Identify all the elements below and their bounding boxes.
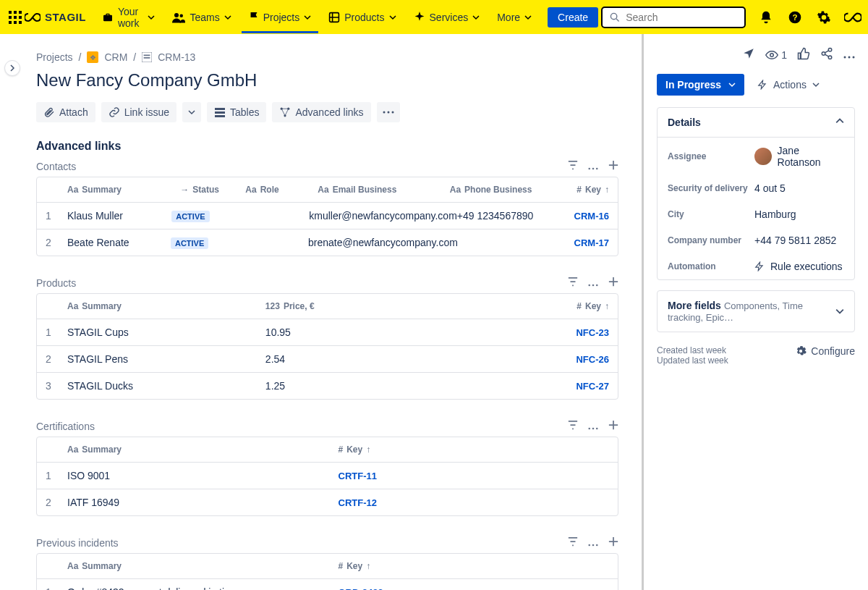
certifications-table: AaSummary #Key↑ 1 ISO 9001 CRTF-11 2 IAT… — [36, 437, 618, 516]
field-value[interactable]: +44 79 5811 2852 — [754, 235, 844, 246]
svg-rect-2 — [19, 11, 22, 14]
nav-label: Projects — [263, 12, 300, 23]
more-icon[interactable] — [588, 161, 598, 172]
issue-key-link[interactable]: CRM-17 — [574, 237, 609, 248]
like-icon[interactable] — [797, 47, 810, 62]
details-toggle[interactable]: Details — [658, 108, 854, 138]
add-icon[interactable] — [608, 160, 618, 172]
create-button[interactable]: Create — [548, 7, 598, 28]
issue-key-link[interactable]: NFC-27 — [576, 381, 609, 392]
app-switcher-icon[interactable] — [9, 9, 22, 26]
settings-icon[interactable] — [815, 9, 833, 26]
stagil-icon[interactable] — [844, 9, 861, 26]
more-icon[interactable] — [588, 421, 598, 432]
help-icon[interactable]: ? — [786, 9, 804, 26]
details-panel: Details Assignee Jane Rotanson Security … — [657, 107, 855, 280]
svg-rect-1 — [14, 11, 17, 14]
search-box[interactable] — [601, 7, 746, 28]
status-badge: ACTIVE — [171, 237, 208, 249]
search-icon — [610, 12, 620, 22]
advanced-links-button[interactable]: Advanced links — [272, 102, 370, 122]
svg-rect-8 — [19, 21, 22, 24]
tables-button[interactable]: Tables — [207, 102, 266, 122]
breadcrumb-crm[interactable]: CRM — [104, 51, 127, 63]
table-row[interactable]: 1 ISO 9001 CRTF-11 — [37, 462, 618, 489]
nav-more[interactable]: More — [490, 7, 539, 28]
status-dropdown[interactable]: In Progress — [657, 74, 744, 96]
issue-key-link[interactable]: CRTF-12 — [339, 497, 377, 508]
filter-icon[interactable] — [568, 536, 578, 549]
link-issue-button[interactable]: Link issue — [101, 102, 176, 122]
field-label: City — [668, 209, 754, 219]
nav-products[interactable]: Products — [321, 7, 403, 28]
created-label: Created last week — [657, 345, 728, 355]
table-row[interactable]: 2 IATF 16949 CRTF-12 — [37, 489, 618, 515]
main-content: Projects / ❖ CRM / CRM-13 New Fancy Comp… — [13, 34, 644, 590]
table-row[interactable]: 3 STAGIL Ducks 1.25 NFC-27 — [37, 372, 618, 399]
attach-button[interactable]: Attach — [36, 102, 95, 122]
svg-point-37 — [592, 544, 595, 546]
svg-rect-17 — [144, 57, 150, 59]
field-value[interactable]: Hamburg — [754, 208, 844, 220]
configure-button[interactable]: Configure — [795, 345, 855, 357]
svg-point-32 — [596, 284, 598, 286]
svg-point-12 — [611, 13, 617, 19]
issue-key-link[interactable]: NFC-26 — [576, 354, 609, 365]
more-fields-toggle[interactable]: More fieldsComponents, Time tracking, Ep… — [657, 290, 855, 332]
table-row[interactable]: 1 Order #8432 was not delivered in time … — [37, 578, 618, 590]
chevron-down-icon — [188, 109, 195, 116]
sort-asc-icon: ↑ — [605, 185, 609, 195]
brand-logo[interactable]: STAGIL — [25, 11, 86, 23]
issue-key-link[interactable]: NFC-23 — [576, 327, 609, 338]
table-row[interactable]: 1 Klaus Muller ACTIVE kmuller@newfancyco… — [37, 202, 618, 229]
nav-your-work[interactable]: Your work — [95, 1, 163, 33]
chevron-down-icon — [728, 81, 736, 88]
avatar — [754, 148, 772, 165]
breadcrumb-projects[interactable]: Projects — [36, 51, 73, 63]
svg-point-27 — [588, 167, 590, 169]
more-icon[interactable] — [588, 537, 598, 549]
products-table: AaSummary 123Price, € #Key↑ 1 STAGIL Cup… — [36, 293, 618, 400]
more-actions-button[interactable] — [377, 102, 400, 122]
more-icon[interactable] — [588, 277, 598, 289]
add-icon[interactable] — [608, 536, 618, 549]
dots-icon — [383, 111, 394, 114]
filter-icon[interactable] — [568, 420, 578, 432]
issue-key-link[interactable]: ORD-8432 — [339, 587, 383, 590]
more-icon[interactable] — [843, 49, 855, 61]
feedback-icon[interactable] — [742, 47, 755, 62]
assignee-value[interactable]: Jane Rotanson — [754, 145, 844, 168]
svg-point-39 — [770, 53, 774, 56]
issue-key-link[interactable]: CRTF-11 — [339, 471, 377, 481]
svg-point-43 — [844, 56, 846, 58]
products-label: Products — [36, 277, 76, 289]
nav-projects[interactable]: Projects — [242, 1, 319, 33]
issue-key-link[interactable]: CRM-16 — [574, 211, 609, 222]
actions-dropdown[interactable]: Actions — [752, 74, 825, 96]
notification-icon[interactable] — [757, 9, 775, 26]
automation-link[interactable]: Rule executions — [754, 261, 844, 272]
add-icon[interactable] — [608, 420, 618, 432]
filter-icon[interactable] — [568, 277, 578, 289]
expand-sidebar-button[interactable] — [4, 60, 20, 76]
field-value[interactable]: 4 out 5 — [754, 182, 844, 194]
share-icon[interactable] — [820, 47, 833, 62]
svg-point-31 — [592, 284, 595, 286]
hash-icon: # — [576, 185, 582, 195]
svg-rect-20 — [215, 115, 225, 117]
breadcrumb-issue[interactable]: CRM-13 — [158, 51, 195, 63]
watch-button[interactable]: 1 — [765, 49, 787, 62]
nav-services[interactable]: Services — [407, 7, 488, 28]
search-input[interactable] — [626, 12, 752, 23]
svg-point-30 — [588, 284, 590, 286]
table-row[interactable]: 2 Beate Renate ACTIVE brenate@newfancyco… — [37, 229, 618, 256]
add-icon[interactable] — [608, 277, 618, 289]
chevron-down-icon — [224, 14, 231, 21]
issue-sidebar: 1 In Progress Actions Details Assignee J… — [644, 34, 868, 590]
nav-teams[interactable]: Teams — [165, 7, 238, 28]
svg-point-28 — [592, 167, 595, 169]
filter-icon[interactable] — [568, 160, 578, 172]
link-issue-dropdown[interactable] — [182, 102, 201, 122]
table-row[interactable]: 1 STAGIL Cups 10.95 NFC-23 — [37, 319, 618, 345]
table-row[interactable]: 2 STAGIL Pens 2.54 NFC-26 — [37, 345, 618, 372]
